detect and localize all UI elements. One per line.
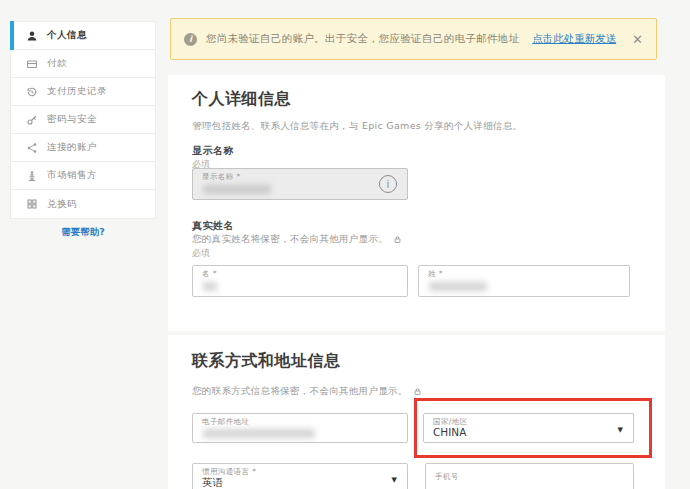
personal-details-card: 个人详细信息 管理包括姓名、联系人信息等在内，与 Epic Games 分享的个… xyxy=(168,75,665,331)
sidebar-item-label: 支付历史记录 xyxy=(47,85,107,98)
page-title: 个人详细信息 xyxy=(192,89,291,110)
language-field-label: 惯用沟通语言 * xyxy=(202,467,398,476)
sidebar-item-payment-history[interactable]: 支付历史记录 xyxy=(11,78,155,106)
redacted-value xyxy=(429,282,487,291)
language-value: 英语 xyxy=(202,476,398,489)
phone-field-label: 手机号 xyxy=(435,467,624,481)
last-name-input[interactable]: 姓 * xyxy=(418,265,630,297)
email-verification-banner: i 您尚未验证自己的账户。出于安全，您应验证自己的电子邮件地址 点击此处重新发送… xyxy=(170,18,657,60)
grid-icon xyxy=(26,198,38,210)
display-name-label: 显示名称 xyxy=(192,144,234,158)
sidebar-item-label: 兑换码 xyxy=(47,198,77,211)
info-icon: i xyxy=(184,33,197,46)
sidebar-item-connected-accounts[interactable]: 连接的账户 xyxy=(11,134,155,162)
sidebar-item-label: 付款 xyxy=(47,57,67,70)
lock-icon xyxy=(393,235,402,244)
display-name-field-label: 显示名称 * xyxy=(202,172,398,181)
wallet-icon xyxy=(26,58,38,70)
real-name-privacy-note: 您的真实姓名将保密，不会向其他用户显示。 xyxy=(192,233,402,246)
contact-info-card: 联系方式和地址信息 您的联系方式信息将保密，不会向其他用户显示。 电子邮件地址 … xyxy=(168,335,665,489)
real-name-required-note: 必填 xyxy=(192,247,210,260)
sidebar-item-label: 连接的账户 xyxy=(47,141,97,154)
contact-info-title: 联系方式和地址信息 xyxy=(192,351,341,372)
chevron-down-icon: ▼ xyxy=(618,426,623,434)
need-help-link[interactable]: 需要帮助? xyxy=(10,226,156,239)
country-select[interactable]: 国家/地区 CHINA ▼ xyxy=(423,413,634,443)
user-icon xyxy=(26,30,38,42)
last-name-field-label: 姓 * xyxy=(428,269,620,278)
sidebar-item-label: 密码与安全 xyxy=(47,113,97,126)
phone-input[interactable]: 手机号 xyxy=(425,463,634,489)
resend-verification-link[interactable]: 点击此处重新发送 xyxy=(532,32,616,46)
key-icon xyxy=(26,114,38,126)
sidebar-item-label: 个人信息 xyxy=(47,29,87,42)
redacted-value xyxy=(203,185,271,194)
chevron-down-icon: ▼ xyxy=(392,476,397,484)
sidebar-item-marketplace-seller[interactable]: 市场销售方 xyxy=(11,162,155,190)
email-field-label: 电子邮件地址 xyxy=(202,417,398,426)
account-sidebar: 个人信息 付款 支付历史记录 密码与安全 连接的账户 市场销售方 兑换码 xyxy=(10,21,156,219)
display-name-input[interactable]: 显示名称 * i xyxy=(192,168,408,200)
lock-icon xyxy=(413,387,422,396)
first-name-field-label: 名 * xyxy=(202,269,398,278)
share-icon xyxy=(26,142,38,154)
sidebar-item-personal-info[interactable]: 个人信息 xyxy=(11,22,155,50)
podium-icon xyxy=(26,170,38,182)
info-icon: i xyxy=(379,175,397,193)
contact-privacy-note: 您的联系方式信息将保密，不会向其他用户显示。 xyxy=(192,385,422,398)
first-name-input[interactable]: 名 * xyxy=(192,265,408,297)
account-settings-page: { "colors": { "accent_blue": "#29a3dd", … xyxy=(0,0,690,489)
history-icon xyxy=(26,86,38,98)
sidebar-item-redeem-code[interactable]: 兑换码 xyxy=(11,190,155,218)
country-value: CHINA xyxy=(433,426,624,439)
redacted-value xyxy=(203,429,315,438)
real-name-label: 真实姓名 xyxy=(192,219,234,233)
language-select[interactable]: 惯用沟通语言 * 英语 ▼ xyxy=(192,463,408,489)
sidebar-item-label: 市场销售方 xyxy=(47,169,97,182)
personal-details-subtitle: 管理包括姓名、联系人信息等在内，与 Epic Games 分享的个人详细信息。 xyxy=(192,120,522,133)
email-input[interactable]: 电子邮件地址 xyxy=(192,413,408,443)
sidebar-item-payment[interactable]: 付款 xyxy=(11,50,155,78)
redacted-value xyxy=(203,282,217,291)
sidebar-item-password-security[interactable]: 密码与安全 xyxy=(11,106,155,134)
banner-message: 您尚未验证自己的账户。出于安全，您应验证自己的电子邮件地址 xyxy=(206,32,519,46)
close-icon[interactable]: ✕ xyxy=(632,33,643,46)
country-field-label: 国家/地区 xyxy=(433,417,624,426)
